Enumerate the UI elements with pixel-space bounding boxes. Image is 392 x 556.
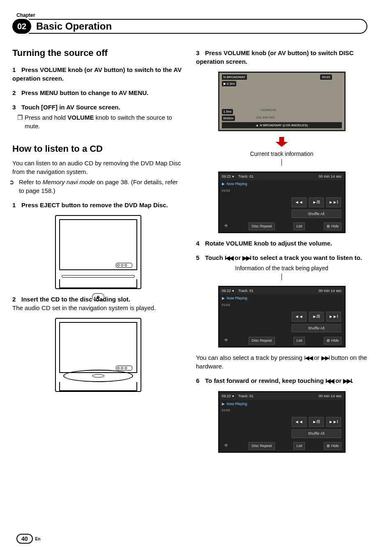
heading-listen-cd: How to listen to a CD bbox=[12, 143, 184, 155]
map-eta: 0h02m bbox=[222, 116, 235, 121]
map-top-road: N BROADWAY bbox=[222, 74, 247, 80]
step-1-listen: 1Press EJECT button to remove the DVD Ma… bbox=[12, 201, 184, 209]
track-count: 01/10 bbox=[219, 188, 344, 193]
now-playing-label: ▶ Now Playing bbox=[219, 180, 344, 188]
map-dist2: 1.5mi bbox=[222, 109, 233, 114]
next-button[interactable]: ►►I bbox=[326, 417, 341, 427]
step-3-right: 3Press VOLUME knob (or AV button) to swi… bbox=[196, 49, 367, 66]
prev-icon: I◀◀ bbox=[304, 354, 312, 361]
map-bottom-road: ▲ N BROADWAY (LOS ANGELES) bbox=[222, 122, 342, 128]
after-step5-note: You can also select a track by pressing … bbox=[196, 353, 367, 371]
step-2-turning: 2Press MENU button to change to AV MENU. bbox=[12, 88, 184, 97]
list-button[interactable]: List bbox=[293, 222, 305, 230]
caption-track-info: Information of the track being played bbox=[196, 264, 367, 273]
chapter-label: Chapter bbox=[16, 12, 367, 18]
next-icon: ▶▶I bbox=[242, 255, 251, 261]
shuffle-button[interactable]: Shuffle All bbox=[292, 429, 341, 438]
hide-button[interactable]: ⊠ Hide bbox=[324, 222, 341, 230]
list-button[interactable]: List bbox=[293, 337, 305, 345]
figure-map-screen: N BROADWAY 03:03 ▶ 0.3mi 1.5mi 0h02m CAS… bbox=[196, 72, 367, 131]
repeat-button[interactable]: Disc Repeat bbox=[249, 442, 274, 450]
step-2-follow: The audio CD set in the navigation syste… bbox=[12, 303, 184, 312]
step-3-note: Press and hold VOLUME knob to switch the… bbox=[12, 113, 184, 130]
caption-current-track: Current track information bbox=[196, 150, 367, 158]
step-5-right: 5Touch I◀◀ or ▶▶I to select a track you … bbox=[196, 253, 367, 262]
pointer-line-2 bbox=[281, 273, 282, 280]
next-icon: ▶▶I bbox=[321, 354, 330, 361]
map-time: 03:03 bbox=[320, 74, 332, 80]
page-number: 40 En bbox=[16, 534, 40, 544]
next-icon: ▶▶I bbox=[343, 378, 351, 384]
figure-player-3: 09:22 ● Track: 0100 min 14 sec ▶ Now Pla… bbox=[196, 391, 367, 453]
list-button[interactable]: List bbox=[293, 442, 305, 450]
down-arrow-icon bbox=[276, 137, 288, 147]
play-pause-button[interactable]: ►/II bbox=[309, 197, 324, 207]
figure-player-1: 09:22 ● Track: 0100 min 14 sec ▶ Now Pla… bbox=[196, 171, 367, 233]
hide-button[interactable]: ⊠ Hide bbox=[324, 442, 341, 450]
listen-ref: Refer to Memory navi mode on page 38. (F… bbox=[12, 178, 184, 195]
listen-intro: You can listen to an audio CD by removin… bbox=[12, 159, 184, 176]
hide-button[interactable]: ⊠ Hide bbox=[324, 337, 341, 345]
chapter-title: Basic Operation bbox=[36, 21, 112, 32]
heading-turning-off: Turning the source off bbox=[12, 47, 184, 60]
repeat-button[interactable]: Disc Repeat bbox=[249, 337, 274, 345]
pointer-line bbox=[281, 159, 282, 166]
step-6-right: 6To fast forward or rewind, keep touchin… bbox=[196, 376, 367, 385]
play-pause-button[interactable]: ►/II bbox=[309, 417, 324, 427]
figure-eject-unit: ⏏ bbox=[12, 215, 184, 289]
play-pause-button[interactable]: ►/II bbox=[309, 312, 324, 322]
prev-button[interactable]: ◄◄ bbox=[292, 197, 307, 207]
next-button[interactable]: ►►I bbox=[326, 312, 341, 322]
shuffle-button[interactable]: Shuffle All bbox=[292, 324, 341, 333]
figure-insert-disc bbox=[12, 318, 184, 392]
prev-button[interactable]: ◄◄ bbox=[292, 312, 307, 322]
chapter-number-badge: 02 bbox=[12, 19, 31, 34]
repeat-button[interactable]: Disc Repeat bbox=[249, 222, 274, 230]
step-1-turning: 1Press VOLUME knob (or AV button) to swi… bbox=[12, 65, 184, 83]
step-3-turning: 3Touch [OFF] in AV Source screen. bbox=[12, 103, 184, 111]
eject-icon: ⏏ bbox=[92, 293, 104, 301]
shuffle-button[interactable]: Shuffle All bbox=[292, 210, 341, 218]
prev-button[interactable]: ◄◄ bbox=[292, 417, 307, 427]
step-4-right: 4Rotate VOLUME knob to adjust the volume… bbox=[196, 239, 367, 248]
map-dist1: ▶ 0.3mi bbox=[222, 81, 237, 86]
figure-player-2: 09:22 ● Track: 0100 min 14 sec ▶ Now Pla… bbox=[196, 286, 367, 348]
next-button[interactable]: ►►I bbox=[326, 197, 341, 207]
prev-icon: I◀◀ bbox=[225, 255, 233, 261]
prev-icon: I◀◀ bbox=[325, 378, 334, 384]
